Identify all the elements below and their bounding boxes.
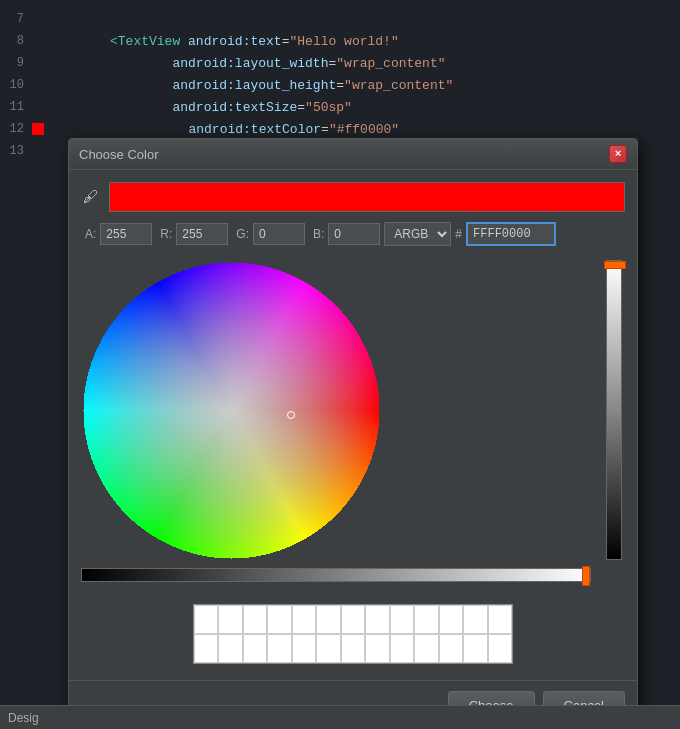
swatch-item[interactable] xyxy=(292,605,316,634)
color-wheel-canvas[interactable] xyxy=(81,260,381,560)
green-input[interactable] xyxy=(253,223,305,245)
color-picker-dialog: Choose Color × 🖋 A: R: G: B: ARGB RGB HS… xyxy=(68,138,638,729)
line-number: 7 xyxy=(4,12,32,26)
bottom-bar: Desig xyxy=(0,705,680,729)
swatch-item[interactable] xyxy=(341,634,365,663)
color-mode-select[interactable]: ARGB RGB HSB xyxy=(384,222,451,246)
color-swatch-inline xyxy=(32,123,44,135)
line-number: 12 xyxy=(4,122,32,136)
swatch-item[interactable] xyxy=(463,634,487,663)
swatch-item[interactable] xyxy=(341,605,365,634)
alpha-track[interactable] xyxy=(81,568,591,582)
brightness-track[interactable] xyxy=(606,260,622,560)
swatch-item[interactable] xyxy=(243,605,267,634)
swatch-item[interactable] xyxy=(463,605,487,634)
swatch-item[interactable] xyxy=(267,634,291,663)
swatch-item[interactable] xyxy=(390,605,414,634)
color-preview-bar[interactable] xyxy=(109,182,625,212)
swatch-item[interactable] xyxy=(414,634,438,663)
bottom-bar-text: Desig xyxy=(8,711,39,725)
line-number: 13 xyxy=(4,144,32,158)
swatch-item[interactable] xyxy=(194,634,218,663)
swatch-item[interactable] xyxy=(194,605,218,634)
brightness-thumb[interactable] xyxy=(604,261,626,269)
code-line-12: 12 android:textColor="#ff0000" xyxy=(0,118,680,140)
swatch-item[interactable] xyxy=(365,634,389,663)
swatch-item[interactable] xyxy=(414,605,438,634)
color-wheel-container[interactable] xyxy=(81,260,381,560)
blue-input[interactable] xyxy=(328,223,380,245)
line-number: 8 xyxy=(4,34,32,48)
alpha-label: A: xyxy=(85,227,96,241)
alpha-thumb[interactable] xyxy=(582,566,590,586)
swatch-item[interactable] xyxy=(316,605,340,634)
swatch-item[interactable] xyxy=(243,634,267,663)
line-number: 9 xyxy=(4,56,32,70)
swatch-item[interactable] xyxy=(292,634,316,663)
hash-label: # xyxy=(455,227,462,241)
wheel-row xyxy=(81,260,625,592)
color-swatches xyxy=(193,604,513,664)
close-button[interactable]: × xyxy=(609,145,627,163)
color-preview-row: 🖋 xyxy=(81,182,625,212)
line-number: 11 xyxy=(4,100,32,114)
line-number: 10 xyxy=(4,78,32,92)
red-input[interactable] xyxy=(176,223,228,245)
swatch-item[interactable] xyxy=(439,634,463,663)
eyedropper-icon[interactable]: 🖋 xyxy=(81,187,101,207)
swatch-item[interactable] xyxy=(218,605,242,634)
dialog-body: 🖋 A: R: G: B: ARGB RGB HSB # xyxy=(69,170,637,680)
dialog-title: Choose Color xyxy=(79,147,159,162)
swatch-item[interactable] xyxy=(218,634,242,663)
hex-input[interactable] xyxy=(466,222,556,246)
alpha-slider-row[interactable] xyxy=(81,568,591,582)
dialog-titlebar: Choose Color × xyxy=(69,139,637,170)
swatch-item[interactable] xyxy=(439,605,463,634)
swatch-item[interactable] xyxy=(267,605,291,634)
swatch-item[interactable] xyxy=(365,605,389,634)
green-label: G: xyxy=(236,227,249,241)
channel-inputs-row: A: R: G: B: ARGB RGB HSB # xyxy=(81,222,625,246)
swatch-item[interactable] xyxy=(488,605,512,634)
red-label: R: xyxy=(160,227,172,241)
alpha-input[interactable] xyxy=(100,223,152,245)
blue-label: B: xyxy=(313,227,324,241)
brightness-slider[interactable] xyxy=(603,260,625,560)
swatch-item[interactable] xyxy=(390,634,414,663)
swatch-item[interactable] xyxy=(488,634,512,663)
swatch-item[interactable] xyxy=(316,634,340,663)
